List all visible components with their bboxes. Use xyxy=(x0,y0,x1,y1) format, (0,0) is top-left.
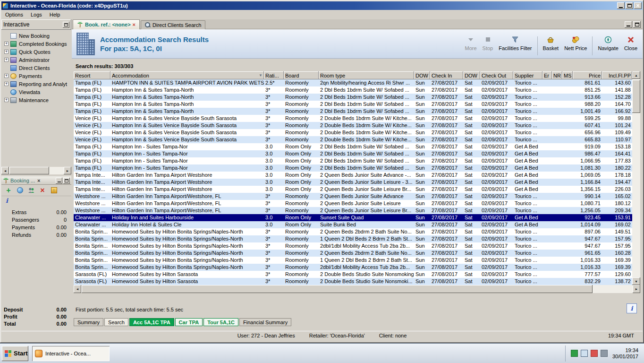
result-row[interactable]: Tampa (FL) Hampton Inn - Suites Tampa-No… xyxy=(74,143,632,150)
booking-close-icon[interactable] xyxy=(37,178,40,183)
scroll-track[interactable] xyxy=(632,79,640,277)
expand-plus-icon[interactable] xyxy=(4,42,8,46)
sidebar-item[interactable]: New Booking xyxy=(1,32,71,40)
sidebar-item[interactable]: Quick Quotes xyxy=(1,48,71,56)
mdi-minimize-button[interactable] xyxy=(625,21,632,28)
globe-icon[interactable] xyxy=(16,187,24,194)
tab-close-icon[interactable] xyxy=(133,22,136,27)
result-row[interactable]: Westshore ... Hilton Garden Inn Tampa Ai… xyxy=(74,200,632,207)
horizontal-scrollbar[interactable] xyxy=(74,285,640,293)
sidebar-item[interactable]: Viewdata xyxy=(1,88,71,96)
result-row[interactable]: Bonita Sprin... Homewood Suites by Hilto… xyxy=(74,264,632,271)
basket-button[interactable]: Basket xyxy=(541,35,561,52)
info-button[interactable] xyxy=(627,303,637,313)
result-row[interactable]: Bonita Sprin... Homewood Suites by Hilto… xyxy=(74,235,632,242)
scroll-right-button[interactable] xyxy=(633,285,640,293)
result-row[interactable]: Tampa Inte... Hilton Garden Inn Tampa Ai… xyxy=(74,179,632,186)
sidebar-horizontal-scrollbar[interactable] xyxy=(1,167,71,174)
column-resort[interactable]: Resort xyxy=(74,71,110,79)
sidebar-item[interactable]: Payments xyxy=(1,72,71,80)
expand-plus-icon[interactable] xyxy=(4,74,8,78)
mdi-restore-button[interactable] xyxy=(633,21,641,28)
result-row[interactable]: Bonita Sprin... Homewood Suites by Hilto… xyxy=(74,257,632,264)
info-icon[interactable] xyxy=(6,197,8,204)
start-button[interactable]: Start xyxy=(2,346,28,361)
result-row[interactable]: Tampa (FL) Hampton Inn - Suites Tampa-No… xyxy=(74,150,632,157)
result-row[interactable]: Tampa Inte... Hilton Garden Inn Tampa Ai… xyxy=(74,186,632,193)
result-row[interactable]: Bonita Sprin... Homewood Suites by Hilto… xyxy=(74,250,632,257)
sidebar-collapse-button[interactable] xyxy=(63,22,69,28)
result-row[interactable]: Tampa (FL) Hampton Inn - Suites Tampa-No… xyxy=(74,157,632,164)
scroll-thumb[interactable] xyxy=(82,285,593,293)
close-window-button[interactable] xyxy=(634,2,642,9)
result-row[interactable]: Sarasota (FL) Homewood Suites by Hilton … xyxy=(74,278,632,285)
sidebar-item[interactable]: Direct Clients xyxy=(1,64,71,72)
column-room-type[interactable]: Room type xyxy=(319,71,414,79)
menu-logs[interactable]: Logs xyxy=(27,11,46,18)
bottom-tab[interactable]: Search xyxy=(104,318,128,326)
result-row[interactable]: Tampa (FL) Hampton Inn & Suites Tampa-No… xyxy=(74,94,632,101)
column-price[interactable]: Price xyxy=(573,71,602,79)
bottom-tab[interactable]: Financial Summary xyxy=(239,318,291,326)
column-dow-in[interactable]: DOW xyxy=(414,71,430,79)
menu-options[interactable]: Options xyxy=(1,11,27,18)
sidebar-item[interactable]: Reporting and Analyt xyxy=(1,80,71,88)
bottom-tab[interactable]: Tour 5A,1C xyxy=(203,318,238,326)
result-row[interactable]: Clearwater ... Holiday Inn and Suites Ha… xyxy=(74,214,632,221)
expand-plus-icon[interactable] xyxy=(4,50,8,54)
restore-button[interactable] xyxy=(626,2,633,9)
result-row[interactable]: Sarasota (FL) Homewood Suites by Hilton … xyxy=(74,271,632,278)
expand-plus-icon[interactable] xyxy=(4,82,8,86)
result-row[interactable]: Clearwater ... Holiday Inn Hotel & Suite… xyxy=(74,221,632,228)
result-row[interactable]: Tampa (FL) HAMPTON INN & SUITES TAMPA AI… xyxy=(74,79,632,86)
column-dow-out[interactable]: DOW xyxy=(463,71,480,79)
scroll-left-button[interactable] xyxy=(74,285,81,293)
result-row[interactable]: Venice (FL) Hampton Inn & Suites Venice … xyxy=(74,115,632,122)
alert-tray-icon[interactable] xyxy=(591,350,598,357)
column-incl-fl-pp[interactable]: Incl.Fl.PP xyxy=(602,71,632,79)
result-row[interactable]: Bonita Sprin... Homewood Suites by Hilto… xyxy=(74,242,632,250)
booking-restore-button[interactable] xyxy=(63,178,70,184)
scroll-up-button[interactable] xyxy=(632,71,640,79)
facilities-filter-button[interactable]: Facilities Filter xyxy=(496,35,534,52)
column-board[interactable]: Board xyxy=(284,71,319,79)
scroll-track[interactable] xyxy=(9,167,64,174)
add-icon[interactable] xyxy=(5,187,12,194)
bottom-tab[interactable]: Car TPA xyxy=(175,318,203,326)
result-row[interactable]: Westshore ... Hilton Garden Inn Tampa Ai… xyxy=(74,193,632,200)
result-row[interactable]: Tampa (FL) Hampton Inn & Suites Tampa-No… xyxy=(74,101,632,108)
booking-minimize-button[interactable] xyxy=(56,178,62,184)
column-er[interactable]: Er xyxy=(542,71,552,79)
result-row[interactable]: Tampa Inte... Hilton Garden Inn Tampa Ai… xyxy=(74,172,632,179)
minimize-button[interactable] xyxy=(617,2,625,9)
tab-direct-clients-search[interactable]: Direct Clients Search xyxy=(141,20,205,29)
more-button[interactable]: More xyxy=(463,35,479,52)
sidebar-item[interactable]: Completed Bookings xyxy=(1,40,71,48)
result-row[interactable]: Tampa (FL) Hampton Inn & Suites Tampa-No… xyxy=(74,86,632,94)
expand-plus-icon[interactable] xyxy=(4,58,8,62)
column-supplier[interactable]: Supplier xyxy=(513,71,542,79)
sidebar-item[interactable]: Maintenance xyxy=(1,96,71,104)
volume-tray-icon[interactable] xyxy=(601,350,608,357)
delete-icon[interactable] xyxy=(39,187,46,194)
result-row[interactable]: Venice (FL) Hampton Inn & Suites Venice … xyxy=(74,129,632,136)
navigate-button[interactable]: Navigate xyxy=(595,35,620,52)
sidebar-item[interactable]: Administrator xyxy=(1,56,71,64)
close-results-button[interactable]: Close xyxy=(622,35,640,52)
tab-booking-ref[interactable]: Book. ref.: <none> xyxy=(73,19,140,29)
result-row[interactable]: Tampa (FL) Hampton Inn - Suites Tampa-No… xyxy=(74,164,632,172)
taskbar-task-button[interactable]: Interactive - Ocea... xyxy=(32,346,110,361)
display-tray-icon[interactable] xyxy=(581,350,588,357)
bottom-tab[interactable]: Summary xyxy=(74,318,103,326)
scroll-thumb[interactable] xyxy=(632,80,640,113)
column-check-in[interactable]: Check In xyxy=(430,71,463,79)
bottom-tab[interactable]: Acc 5A,1C TPA xyxy=(129,318,174,326)
export-icon[interactable] xyxy=(50,187,58,194)
scroll-down-button[interactable] xyxy=(632,277,640,285)
result-row[interactable]: Venice (FL) Hampton Inn & Suites Venice … xyxy=(74,136,632,143)
column-check-out[interactable]: Check Out xyxy=(480,71,513,79)
column-rating[interactable]: Rati... xyxy=(264,71,284,79)
expand-plus-icon[interactable] xyxy=(4,98,8,102)
network-tray-icon[interactable] xyxy=(571,350,578,357)
scroll-track[interactable] xyxy=(81,285,633,293)
